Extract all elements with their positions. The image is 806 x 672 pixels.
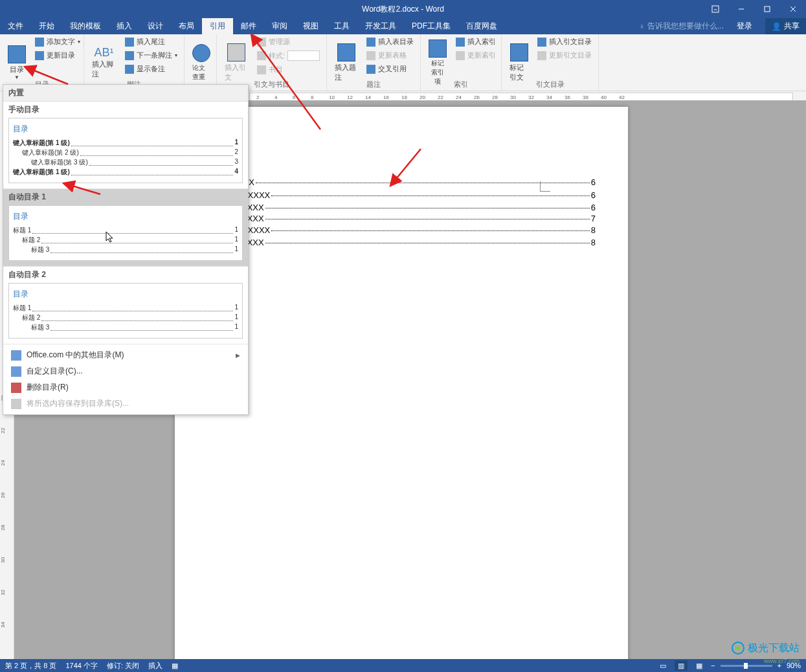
update-index-button[interactable]: 更新索引 — [453, 49, 498, 62]
update-idx-icon — [456, 51, 465, 60]
tab-引用[interactable]: 引用 — [202, 18, 233, 34]
crossref-icon — [366, 65, 375, 74]
manual-toc-option[interactable]: 手动目录 目录 键入章标题(第 1 级)1键入章标题(第 2 级)2键入章标题(… — [3, 102, 248, 189]
tab-我的模板[interactable]: 我的模板 — [62, 18, 109, 34]
add-text-button[interactable]: 添加文字▾ — [32, 36, 83, 48]
tab-设计[interactable]: 设计 — [140, 18, 171, 34]
show-notes-button[interactable]: 显示备注 — [122, 63, 180, 75]
watermark-logo: 极光下载站 — [731, 641, 800, 655]
maximize-button[interactable] — [754, 0, 780, 18]
tab-工具[interactable]: 工具 — [326, 18, 357, 34]
tab-PDF工具集[interactable]: PDF工具集 — [404, 18, 458, 34]
lightbulb-icon: ♀ — [639, 22, 645, 31]
macro-icon[interactable]: ▦ — [172, 662, 178, 670]
title-bar: Word教程2.docx - Word — [0, 0, 806, 18]
status-bar: 第 2 页，共 8 页 1744 个字 修订: 关闭 插入 ▦ ▭ ▥ ▦ − … — [0, 659, 806, 672]
remove-toc-menu-item[interactable]: 删除目录(R) — [3, 379, 248, 396]
mark-cite-icon — [510, 43, 528, 62]
close-button[interactable] — [780, 0, 806, 18]
endnote-icon — [125, 38, 134, 47]
remove-icon — [11, 383, 21, 393]
research-icon — [192, 44, 210, 62]
toc-icon — [8, 45, 26, 63]
tof-icon — [366, 38, 375, 47]
insert-index-button[interactable]: 插入索引 — [453, 36, 498, 48]
style-icon — [257, 51, 266, 60]
share-button[interactable]: 👤 共享 — [765, 18, 806, 34]
next-footnote-button[interactable]: 下一条脚注▾ — [122, 49, 180, 62]
custom-toc-icon — [11, 366, 21, 377]
update-toa-button[interactable]: 更新引文目录 — [535, 49, 594, 62]
word-count[interactable]: 1744 个字 — [65, 661, 98, 671]
more-toc-menu-item[interactable]: Office.com 中的其他目录(M) ▶ — [3, 347, 248, 363]
office-icon — [11, 350, 21, 361]
tab-开始[interactable]: 开始 — [31, 18, 62, 34]
read-mode-button[interactable]: ▭ — [656, 660, 669, 671]
footnote-icon: AB¹ — [94, 46, 113, 60]
tab-插入[interactable]: 插入 — [109, 18, 140, 34]
citation-icon — [227, 43, 245, 62]
tab-百度网盘[interactable]: 百度网盘 — [458, 18, 505, 34]
update-toc-button[interactable]: 更新目录 — [32, 49, 83, 62]
research-button[interactable]: 论文查重 — [188, 36, 214, 89]
custom-toc-menu-item[interactable]: 自定义目录(C)... — [3, 363, 248, 379]
update-toa-icon — [537, 51, 546, 60]
bibliography-button[interactable]: 书目 — [254, 63, 322, 76]
track-changes-status[interactable]: 修订: 关闭 — [107, 661, 139, 671]
tab-视图[interactable]: 视图 — [295, 18, 326, 34]
toc-entries: 一章 XXXXX6第一节 XXXX61.1 XXX61.2 XXX7第二节 XX… — [207, 177, 596, 247]
auto-toc-1-option[interactable]: 自动目录 1 目录 标题 11标题 21标题 31 — [3, 189, 248, 267]
caption-icon — [337, 43, 355, 62]
index-icon — [456, 38, 465, 47]
zoom-out-button[interactable]: − — [711, 662, 715, 669]
ribbon-display-icon[interactable] — [702, 0, 728, 18]
mark-entry-icon — [429, 39, 447, 58]
zoom-slider[interactable] — [721, 665, 772, 667]
insert-endnote-button[interactable]: 插入尾注 — [122, 36, 180, 48]
tell-me-search[interactable]: ♀ 告诉我您想要做什么... — [634, 21, 729, 32]
toc-entry: 第一节 XXXX6 — [207, 190, 596, 201]
biblio-icon — [257, 65, 266, 74]
toc-entry: 一章 XXXXX6 — [207, 177, 596, 188]
mouse-cursor-icon — [105, 230, 115, 243]
cross-reference-button[interactable]: 交叉引用 — [364, 63, 416, 75]
manage-sources-button[interactable]: 管理源 — [254, 36, 322, 48]
watermark-url: www.xz7.com — [764, 658, 800, 664]
tab-文件[interactable]: 文件 — [0, 18, 31, 34]
tab-布局[interactable]: 布局 — [171, 18, 202, 34]
dropdown-header: 内置 — [3, 85, 248, 102]
group-label: 题注 — [327, 80, 420, 89]
toc-gallery-dropdown: 内置 手动目录 目录 键入章标题(第 1 级)1键入章标题(第 2 级)2键入章… — [3, 84, 249, 415]
page-indicator[interactable]: 第 2 页，共 8 页 — [5, 661, 56, 671]
web-layout-button[interactable]: ▦ — [693, 660, 706, 671]
group-label: 引文目录 — [502, 80, 598, 89]
toa-icon — [537, 38, 546, 47]
save-toc-menu-item: 将所选内容保存到目录库(S)... — [3, 396, 248, 412]
ribbon-tabs: 文件开始我的模板插入设计布局引用邮件审阅视图工具开发工具PDF工具集百度网盘 ♀… — [0, 18, 806, 34]
chevron-right-icon: ▶ — [236, 352, 240, 359]
insert-toa-button[interactable]: 插入引文目录 — [535, 36, 594, 48]
toc-title: 目录 — [207, 146, 596, 165]
style-dropdown[interactable]: 样式: — [254, 49, 322, 62]
insert-tof-button[interactable]: 插入表目录 — [364, 36, 416, 48]
show-icon — [125, 65, 134, 74]
update-tbl-icon — [366, 51, 375, 60]
toc-entry: 1.1 XXX6 — [207, 203, 596, 212]
login-link[interactable]: 登录 — [729, 18, 760, 34]
print-layout-button[interactable]: ▥ — [675, 660, 688, 671]
watermark-icon — [731, 641, 745, 655]
tab-邮件[interactable]: 邮件 — [233, 18, 264, 34]
group-label: 索引 — [421, 80, 501, 89]
tab-开发工具[interactable]: 开发工具 — [357, 18, 404, 34]
insert-mode[interactable]: 插入 — [148, 661, 162, 671]
tab-审阅[interactable]: 审阅 — [264, 18, 295, 34]
auto-toc-2-option[interactable]: 自动目录 2 目录 标题 11标题 21标题 31 — [3, 267, 248, 344]
next-icon — [125, 51, 134, 60]
update-table-button[interactable]: 更新表格 — [364, 49, 416, 62]
update-icon — [35, 51, 44, 60]
ribbon: 目录 ▼ 添加文字▾ 更新目录 目录 AB¹ 插入脚注 插入尾注 下一条脚注▾ … — [0, 34, 806, 91]
add-text-icon — [35, 38, 44, 47]
document-title: Word教程2.docx - Word — [362, 4, 444, 15]
minimize-button[interactable] — [728, 0, 754, 18]
toc-entry: 2.1 XXX8 — [207, 238, 596, 247]
